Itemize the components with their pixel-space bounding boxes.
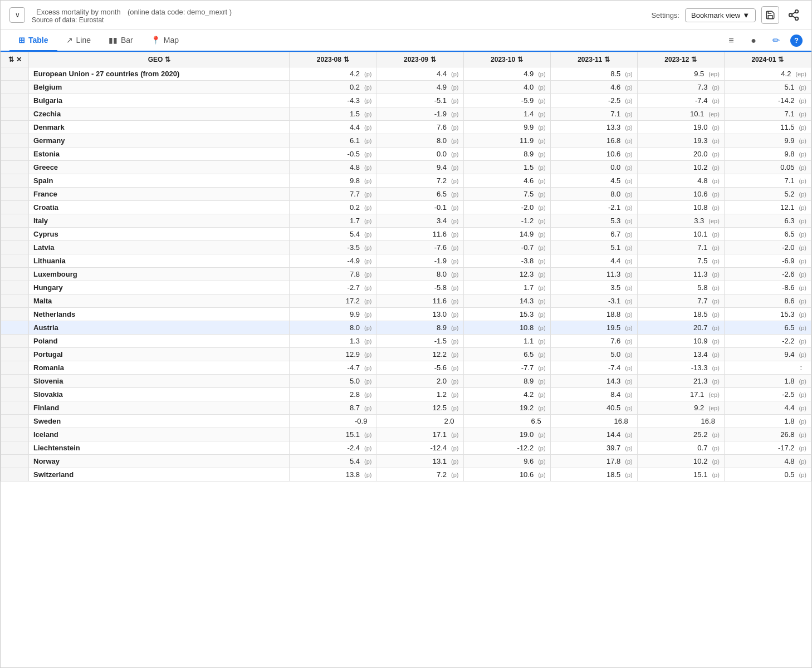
cell-flag: (p) bbox=[799, 244, 806, 251]
data-cell: 7.6(p) bbox=[550, 335, 637, 348]
data-cell: 9.8(p) bbox=[290, 174, 376, 188]
cell-flag: (p) bbox=[451, 97, 458, 104]
table-row[interactable]: Norway5.4(p)13.1(p)9.6(p)17.8(p)10.2(p)4… bbox=[1, 455, 811, 468]
table-row[interactable]: Croatia0.2(p)-0.1(p)-2.0(p)-2.1(p)10.8(p… bbox=[1, 201, 811, 214]
table-row[interactable]: Estonia-0.5(p)0.0(p)8.9(p)10.6(p)20.0(p)… bbox=[1, 148, 811, 161]
tab-table-label: Table bbox=[28, 36, 48, 45]
table-row[interactable]: Hungary-2.7(p)-5.8(p)1.7(p)3.5(p)5.8(p)-… bbox=[1, 281, 811, 294]
table-row[interactable]: Bulgaria-4.3(p)-5.1(p)-5.9(p)-2.5(p)-7.4… bbox=[1, 94, 811, 107]
share-button[interactable] bbox=[785, 6, 803, 24]
geo-column-header[interactable]: GEO ⇅ bbox=[29, 52, 290, 67]
table-row[interactable]: Portugal12.9(p)12.2(p)6.5(p)5.0(p)13.4(p… bbox=[1, 348, 811, 361]
geo-cell: European Union - 27 countries (from 2020… bbox=[29, 67, 290, 81]
table-row[interactable]: Netherlands9.9(p)13.0(p)15.3(p)18.8(p)18… bbox=[1, 308, 811, 321]
data-cell: 5.0(p) bbox=[550, 348, 637, 361]
help-icon[interactable]: ? bbox=[790, 35, 803, 47]
sort-controls-cell[interactable]: ⇅ ✕ bbox=[1, 52, 29, 67]
row-index-cell bbox=[1, 161, 29, 174]
data-cell: -2.1(p) bbox=[550, 201, 637, 214]
data-cell: -7.6(p) bbox=[376, 241, 463, 254]
cell-value: 8.5 bbox=[610, 70, 620, 78]
data-cell: 8.9(p) bbox=[463, 148, 550, 161]
table-row[interactable]: Germany6.1(p)8.0(p)11.9(p)16.8(p)19.3(p)… bbox=[1, 134, 811, 148]
data-cell: -2.7(p) bbox=[290, 281, 376, 294]
tab-bar-tab[interactable]: ▮▮ Bar bbox=[100, 30, 142, 52]
cell-value: 4.9 bbox=[437, 83, 447, 91]
data-cell: 7.2(p) bbox=[376, 468, 463, 482]
col-2023-11-sort[interactable]: ⇅ bbox=[604, 56, 610, 63]
table-row[interactable]: Spain9.8(p)7.2(p)4.6(p)4.5(p)4.8(p)7.1(p… bbox=[1, 174, 811, 188]
cell-value: -2.0 bbox=[521, 203, 534, 212]
data-cell: -0.9 bbox=[290, 415, 376, 428]
table-row[interactable]: France7.7(p)6.5(p)7.5(p)8.0(p)10.6(p)5.2… bbox=[1, 188, 811, 201]
cell-flag: (p) bbox=[451, 338, 458, 345]
filter-icon[interactable]: ≡ bbox=[723, 33, 739, 48]
col-2023-09-sort[interactable]: ⇅ bbox=[431, 56, 436, 63]
table-row[interactable]: Czechia1.5(p)-1.9(p)1.4(p)7.1(p)10.1(ep)… bbox=[1, 107, 811, 121]
cell-value: -6.9 bbox=[782, 257, 794, 265]
tab-map[interactable]: 📍 Map bbox=[142, 30, 188, 52]
geo-cell: Romania bbox=[29, 361, 290, 375]
col-header-2023-10[interactable]: 2023-10 ⇅ bbox=[463, 52, 550, 67]
cell-value: 11.3 bbox=[693, 270, 707, 278]
data-cell: 4.2(p) bbox=[463, 388, 550, 401]
col-2023-12-sort[interactable]: ⇅ bbox=[691, 56, 697, 63]
table-row[interactable]: Malta17.2(p)11.6(p)14.3(p)-3.1(p)7.7(p)8… bbox=[1, 294, 811, 308]
save-button[interactable] bbox=[761, 6, 779, 24]
data-cell: 8.0(p) bbox=[550, 188, 637, 201]
table-row[interactable]: Lithuania-4.9(p)-1.9(p)-3.8(p)4.4(p)7.5(… bbox=[1, 254, 811, 268]
table-row[interactable]: European Union - 27 countries (from 2020… bbox=[1, 67, 811, 81]
table-row[interactable]: Slovakia2.8(p)1.2(p)4.2(p)8.4(p)17.1(ep)… bbox=[1, 388, 811, 401]
table-row[interactable]: Slovenia5.0(p)2.0(p)8.9(p)14.3(p)21.3(p)… bbox=[1, 375, 811, 388]
data-cell: -5.8(p) bbox=[376, 281, 463, 294]
col-header-2023-09[interactable]: 2023-09 ⇅ bbox=[376, 52, 463, 67]
table-row[interactable]: Romania-4.7(p)-5.6(p)-7.7(p)-7.4(p)-13.3… bbox=[1, 361, 811, 375]
col-header-2023-08[interactable]: 2023-08 ⇅ bbox=[290, 52, 376, 67]
tab-line[interactable]: ↗ Line bbox=[57, 30, 100, 52]
bookmark-view-button[interactable]: Bookmark view ▼ bbox=[685, 8, 756, 22]
data-cell: 26.8(p) bbox=[724, 428, 811, 441]
col-header-2024-01[interactable]: 2024-01 ⇅ bbox=[724, 52, 811, 67]
cell-value: 39.7 bbox=[606, 444, 620, 452]
cell-flag: (p) bbox=[364, 458, 371, 465]
sort-icon[interactable]: ⇅ bbox=[8, 56, 14, 63]
table-row[interactable]: Sweden-0.92.06.516.816.81.8(p) bbox=[1, 415, 811, 428]
cell-value: 6.7 bbox=[610, 230, 620, 238]
collapse-button[interactable]: ∨ bbox=[9, 7, 25, 23]
cell-flag: (p) bbox=[712, 178, 719, 184]
geo-cell: Poland bbox=[29, 335, 290, 348]
table-row[interactable]: Iceland15.1(p)17.1(p)19.0(p)14.4(p)25.2(… bbox=[1, 428, 811, 441]
cell-flag: (p) bbox=[799, 111, 806, 117]
table-row[interactable]: Greece4.8(p)9.4(p)1.5(p)0.0(p)10.2(p)0.0… bbox=[1, 161, 811, 174]
table-row[interactable]: Austria8.0(p)8.9(p)10.8(p)19.5(p)20.7(p)… bbox=[1, 321, 811, 335]
edit-icon[interactable]: ✏ bbox=[768, 33, 784, 48]
data-cell: 11.6(p) bbox=[376, 228, 463, 241]
tab-bar: ⊞ Table ↗ Line ▮▮ Bar 📍 Map ≡ ● ✏ ? bbox=[1, 30, 811, 52]
table-row[interactable]: Finland8.7(p)12.5(p)19.2(p)40.5(p)9.2(ep… bbox=[1, 401, 811, 415]
data-cell: 5.4(p) bbox=[290, 455, 376, 468]
palette-icon[interactable]: ● bbox=[746, 33, 761, 48]
col-2023-08-sort[interactable]: ⇅ bbox=[344, 56, 349, 63]
cell-value: 17.8 bbox=[606, 457, 620, 465]
col-header-2023-11[interactable]: 2023-11 ⇅ bbox=[550, 52, 637, 67]
clear-sort-icon[interactable]: ✕ bbox=[16, 56, 22, 63]
cell-flag: (p) bbox=[364, 445, 371, 451]
cell-value: -1.9 bbox=[434, 257, 447, 265]
geo-sort-icon[interactable]: ⇅ bbox=[165, 56, 170, 63]
col-2024-01-sort[interactable]: ⇅ bbox=[778, 56, 784, 63]
table-row[interactable]: Latvia-3.5(p)-7.6(p)-0.7(p)5.1(p)7.1(p)-… bbox=[1, 241, 811, 254]
data-cell: 5.2(p) bbox=[724, 188, 811, 201]
table-row[interactable]: Denmark4.4(p)7.6(p)9.9(p)13.3(p)19.0(p)1… bbox=[1, 121, 811, 134]
table-row[interactable]: Liechtenstein-2.4(p)-12.4(p)-12.2(p)39.7… bbox=[1, 441, 811, 455]
table-row[interactable]: Switzerland13.8(p)7.2(p)10.6(p)18.5(p)15… bbox=[1, 468, 811, 482]
col-2023-10-sort[interactable]: ⇅ bbox=[517, 56, 523, 63]
table-row[interactable]: Belgium0.2(p)4.9(p)4.0(p)4.6(p)7.3(p)5.1… bbox=[1, 81, 811, 94]
table-row[interactable]: Poland1.3(p)-1.5(p)1.1(p)7.6(p)10.9(p)-2… bbox=[1, 335, 811, 348]
table-row[interactable]: Italy1.7(p)3.4(p)-1.2(p)5.3(p)3.3(ep)6.3… bbox=[1, 214, 811, 228]
tab-table[interactable]: ⊞ Table bbox=[9, 30, 57, 52]
col-header-2023-12[interactable]: 2023-12 ⇅ bbox=[637, 52, 724, 67]
table-row[interactable]: Luxembourg7.8(p)8.0(p)12.3(p)11.3(p)11.3… bbox=[1, 268, 811, 281]
table-row[interactable]: Cyprus5.4(p)11.6(p)14.9(p)6.7(p)10.1(p)6… bbox=[1, 228, 811, 241]
cell-flag: (p) bbox=[538, 284, 545, 291]
svg-line-3 bbox=[792, 16, 795, 18]
